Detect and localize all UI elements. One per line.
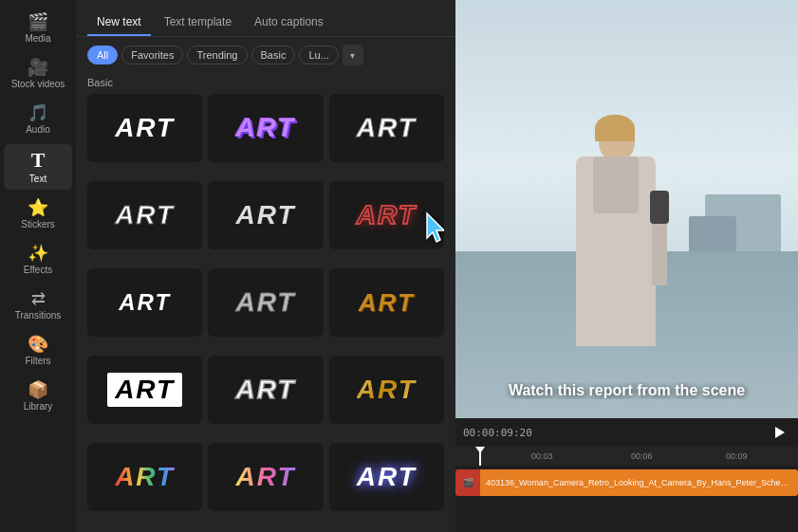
sidebar: 🎬 Media 🎥 Stock videos 🎵 Audio T Text ⭐ … — [0, 0, 76, 532]
time-display: 00:00:09:20 — [463, 427, 532, 439]
clip-label: 403136_Woman_Camera_Retro_Looking_At_Cam… — [486, 478, 792, 487]
sidebar-label-media: Media — [25, 33, 50, 44]
art-text-14: ART — [235, 462, 295, 492]
ruler-mark-3: 00:09 — [726, 451, 748, 461]
cursor-pointer — [423, 211, 444, 249]
art-text-10: ART — [107, 373, 182, 407]
art-style-11[interactable]: ART — [208, 356, 323, 424]
sidebar-item-effects[interactable]: ✨ Effects — [4, 239, 72, 281]
art-style-5[interactable]: ART — [208, 181, 323, 249]
right-panel: Watch this report from the scene 00:00:0… — [455, 0, 798, 532]
art-text-2: ART — [235, 113, 295, 143]
library-icon: 📦 — [28, 381, 48, 398]
timeline-ruler: 00:03 00:06 00:09 — [455, 447, 798, 466]
media-icon: 🎬 — [28, 13, 48, 30]
art-text-3: ART — [357, 113, 417, 143]
art-text-7: ART — [119, 289, 171, 316]
art-style-1[interactable]: ART — [87, 94, 202, 162]
sidebar-item-media[interactable]: 🎬 Media — [4, 8, 72, 49]
transitions-icon: ⇄ — [31, 290, 46, 307]
timeline-track: 🎬 403136_Woman_Camera_Retro_Looking_At_C… — [455, 466, 798, 532]
sidebar-label-audio: Audio — [26, 124, 50, 135]
video-preview: Watch this report from the scene — [455, 0, 798, 418]
art-style-3[interactable]: ART — [329, 94, 444, 162]
tab-bar: New text Text template Auto captions — [76, 0, 455, 37]
art-text-11: ART — [235, 375, 295, 405]
art-style-4[interactable]: ART — [87, 181, 202, 249]
text-icon: T — [31, 150, 46, 171]
timeline-clip[interactable]: 403136_Woman_Camera_Retro_Looking_At_Cam… — [480, 469, 798, 496]
playhead — [479, 447, 481, 466]
art-style-7[interactable]: ART — [87, 268, 202, 337]
effects-icon: ✨ — [28, 245, 48, 262]
video-text-overlay: Watch this report from the scene — [455, 382, 798, 399]
svg-marker-0 — [775, 427, 785, 438]
filter-more-button[interactable]: ▾ — [343, 45, 363, 65]
art-style-2[interactable]: ART — [208, 94, 323, 162]
sidebar-item-filters[interactable]: 🎨 Filters — [4, 330, 72, 372]
sidebar-item-library[interactable]: 📦 Library — [4, 376, 72, 417]
art-style-10[interactable]: ART — [87, 356, 202, 424]
art-style-13[interactable]: ART — [87, 443, 202, 511]
art-text-12: ART — [357, 375, 417, 405]
timeline-controls: 00:00:09:20 — [455, 418, 798, 447]
art-style-14[interactable]: ART — [208, 443, 323, 511]
tab-auto-captions[interactable]: Auto captions — [245, 9, 333, 36]
art-text-15: ART — [357, 462, 417, 492]
art-style-8[interactable]: ART — [208, 268, 323, 337]
sidebar-label-text: Text — [29, 174, 46, 184]
sidebar-item-transitions[interactable]: ⇄ Transitions — [4, 284, 72, 326]
middle-panel: New text Text template Auto captions All… — [76, 0, 455, 532]
filter-trending[interactable]: Trending — [187, 46, 247, 64]
filter-row: All Favorites Trending Basic Lu... ▾ — [76, 37, 455, 73]
tab-text-template[interactable]: Text template — [155, 9, 241, 36]
art-text-8: ART — [235, 287, 295, 318]
art-text-9: ART — [359, 288, 415, 318]
art-text-13: ART — [115, 462, 175, 492]
filter-all[interactable]: All — [87, 46, 118, 64]
filter-basic[interactable]: Basic — [251, 46, 296, 64]
ruler-mark-1: 00:03 — [531, 451, 553, 461]
sidebar-item-stickers[interactable]: ⭐ Stickers — [4, 193, 72, 235]
scene-person — [559, 115, 673, 418]
stock-icon: 🎥 — [28, 59, 48, 76]
art-style-12[interactable]: ART — [329, 356, 444, 424]
video-background — [455, 0, 798, 418]
tab-new-text[interactable]: New text — [87, 9, 151, 36]
art-style-9[interactable]: ART — [329, 268, 444, 337]
playhead-triangle — [475, 447, 485, 453]
sidebar-item-stock[interactable]: 🎥 Stock videos — [4, 53, 72, 95]
sidebar-label-transitions: Transitions — [15, 310, 62, 321]
art-text-5: ART — [235, 200, 295, 230]
section-label-basic: Basic — [76, 73, 455, 94]
filters-icon: 🎨 — [28, 336, 48, 353]
clip-icon: 🎬 — [455, 469, 480, 496]
filter-luma[interactable]: Lu... — [299, 46, 338, 64]
sidebar-label-stickers: Stickers — [21, 219, 55, 229]
art-style-6[interactable]: ART — [329, 181, 444, 249]
art-text-4: ART — [115, 200, 175, 230]
audio-icon: 🎵 — [28, 104, 48, 121]
art-text-6: ART — [357, 200, 417, 230]
sidebar-label-effects: Effects — [24, 265, 52, 275]
sidebar-item-text[interactable]: T Text — [4, 144, 72, 190]
art-style-grid: ART ART ART ART ART ART ART — [76, 94, 455, 532]
timeline-play-button[interactable] — [770, 422, 790, 443]
ruler-mark-2: 00:06 — [631, 451, 653, 461]
sidebar-label-library: Library — [24, 401, 53, 412]
filter-favorites[interactable]: Favorites — [121, 46, 183, 64]
sidebar-item-audio[interactable]: 🎵 Audio — [4, 99, 72, 140]
sidebar-label-filters: Filters — [25, 356, 50, 366]
timeline: 00:00:09:20 00:03 00:06 00:09 — [455, 418, 798, 532]
sidebar-label-stock: Stock videos — [11, 79, 65, 89]
art-text-1: ART — [115, 113, 175, 143]
stickers-icon: ⭐ — [28, 199, 48, 216]
art-style-15[interactable]: ART — [329, 443, 444, 511]
